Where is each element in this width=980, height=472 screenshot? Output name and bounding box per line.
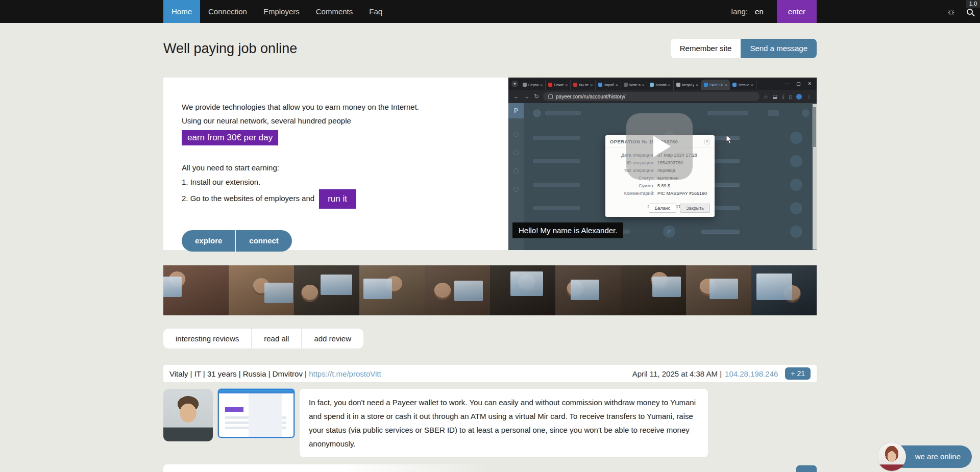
payeer-row-pdate	[533, 183, 580, 187]
person-silhouette	[301, 285, 318, 302]
photo-strip	[163, 265, 817, 315]
review-screenshot-thumbnail[interactable]	[218, 389, 295, 438]
browser-tab[interactable]: Вы пе×	[571, 80, 596, 90]
review-ip-link[interactable]: 104.28.198.246	[725, 369, 778, 378]
tab-favicon-icon	[650, 83, 654, 87]
tab-close-icon[interactable]: ×	[642, 83, 645, 87]
webcam-photo	[163, 265, 229, 315]
run-it-button[interactable]: run it	[319, 189, 356, 209]
tab-close-icon[interactable]: ×	[565, 83, 568, 87]
tab-close-icon[interactable]: ×	[616, 83, 618, 87]
hero-line2: Using our neural network, several hundre…	[182, 114, 493, 128]
search-icon[interactable]	[967, 9, 973, 15]
review-text-card: In fact, you don't need a Payeer wallet …	[300, 389, 708, 457]
tab-close-icon[interactable]: ×	[696, 83, 698, 87]
remember-site-button[interactable]: Remember site	[671, 39, 741, 58]
tab-close-icon[interactable]: ×	[751, 83, 753, 87]
steps-block: All you need to start earning: 1. Instal…	[182, 161, 493, 209]
tab-close-icon[interactable]: ×	[725, 83, 727, 87]
tab-favicon-icon	[704, 83, 708, 87]
browser-tab[interactable]: Устано×	[730, 80, 756, 90]
browser-tab[interactable]: Write a×	[621, 80, 648, 90]
video-scrollbar[interactable]	[813, 104, 817, 250]
window-controls: — ▢ ✕	[785, 78, 815, 90]
popup-field-row: Комментарий:PIC MASSPAY #165190	[610, 190, 709, 197]
popup-close-button: Закрыть	[680, 204, 710, 213]
language-selector[interactable]: lang: en	[731, 0, 764, 23]
browser-tab[interactable]: Печат×	[546, 80, 571, 90]
reviewer-avatar	[163, 389, 213, 441]
tab-favicon-icon	[573, 83, 577, 87]
browser-tab[interactable]: PAYEER×	[701, 80, 730, 90]
promo-video[interactable]: ▾ Серви×Печат×Вы пе×Зараб×Write a×Koloti…	[508, 78, 817, 250]
browser-tab[interactable]: Kolotib×	[647, 80, 673, 90]
person-silhouette	[253, 278, 270, 295]
payeer-row-pright	[790, 155, 802, 167]
review-tab-interesting-reviews[interactable]: interesting reviews	[163, 329, 251, 349]
tab-title: Серви	[528, 83, 538, 87]
connect-button[interactable]: connect	[235, 230, 292, 252]
review-tab-add-review[interactable]: add review	[301, 329, 363, 349]
forward-icon: →	[524, 93, 530, 100]
tab-search-icon: ▾	[511, 81, 518, 87]
payeer-row-plink	[701, 230, 740, 234]
action-pill-group: explore connect	[182, 230, 292, 252]
browser-tab[interactable]: MegaTy×	[674, 80, 702, 90]
popup-field-row: Сумма:5.69 $	[610, 182, 709, 190]
tab-title: Вы пе	[579, 83, 589, 87]
webcam-photo	[229, 265, 294, 315]
webcam-photo	[686, 265, 751, 315]
browser-tab[interactable]: Серви×	[520, 80, 546, 90]
tab-title: PAYEER	[709, 83, 723, 87]
vote-count-badge[interactable]: + 21	[785, 367, 811, 380]
explore-button[interactable]: explore	[182, 230, 235, 252]
reload-icon: ↻	[534, 93, 539, 100]
webcam-photo	[359, 265, 425, 315]
nav-item-comments[interactable]: Comments	[308, 0, 361, 23]
payeer-row-pdate	[533, 206, 580, 210]
review-author-line: Vitaly | IT | 31 years | Russia | Dmvitr…	[169, 369, 381, 378]
browser-tab[interactable]: Зараб×	[596, 80, 621, 90]
review-meta: April 11, 2025 at 4:38 AM | 104.28.198.2…	[632, 367, 811, 380]
url-text: payeer.com/ru/account/history/	[556, 94, 625, 100]
send-message-button[interactable]: Send a message	[741, 39, 817, 58]
tab-close-icon[interactable]: ×	[540, 83, 543, 87]
review-author-link[interactable]: https://t.me/prostoVitt	[309, 369, 381, 378]
lang-value[interactable]: en	[755, 7, 764, 16]
review-tabs-wrap: interesting reviewsread alladd review	[163, 329, 980, 349]
tab-favicon-icon	[676, 83, 680, 87]
review-author: Vitaly | IT | 31 years | Russia | Dmvitr…	[169, 369, 307, 378]
title-buttons: Remember site Send a message	[671, 39, 817, 58]
payeer-row-pdate	[533, 136, 580, 140]
person-silhouette	[385, 276, 403, 293]
operator-avatar	[877, 442, 906, 471]
video-play-button[interactable]	[626, 113, 693, 180]
popup-buttons: Баланс Закрыть	[649, 204, 710, 213]
tab-close-icon[interactable]: ×	[590, 83, 593, 87]
webcam-photo	[490, 265, 555, 315]
sidebar-icon-dot	[513, 168, 519, 173]
nav-item-home[interactable]: Home	[163, 0, 200, 23]
hero-section: We provide technologies that allow you t…	[163, 78, 817, 250]
balance-button: Баланс	[649, 204, 677, 213]
review-tab-read-all[interactable]: read all	[251, 329, 301, 349]
popup-close-icon: ×	[704, 139, 710, 144]
tab-title: Устано	[738, 83, 749, 87]
nav-item-employers[interactable]: Employers	[255, 0, 308, 23]
tab-favicon-icon	[624, 83, 628, 87]
theme-toggle-sun-icon[interactable]: ☼	[947, 7, 955, 16]
hero-text-card: We provide technologies that allow you t…	[163, 78, 508, 250]
nav-item-faq[interactable]: Faq	[361, 0, 390, 23]
payeer-row-pright	[790, 226, 802, 238]
person-silhouette	[651, 272, 668, 289]
nav-item-connection[interactable]: Connection	[200, 0, 255, 23]
scrollbar-thumb[interactable]	[813, 107, 816, 147]
page-title: Well paying job online	[163, 41, 297, 57]
review-header: Vitaly | IT | 31 years | Russia | Dmvitr…	[163, 365, 817, 382]
person-silhouette	[699, 279, 717, 296]
chat-widget[interactable]: we are online	[892, 445, 972, 468]
review-date: April 11, 2025 at 4:38 AM |	[632, 369, 722, 378]
tab-close-icon[interactable]: ×	[668, 83, 671, 87]
enter-button[interactable]: enter	[777, 0, 817, 23]
review-body: In fact, you don't need a Payeer wallet …	[163, 389, 817, 457]
